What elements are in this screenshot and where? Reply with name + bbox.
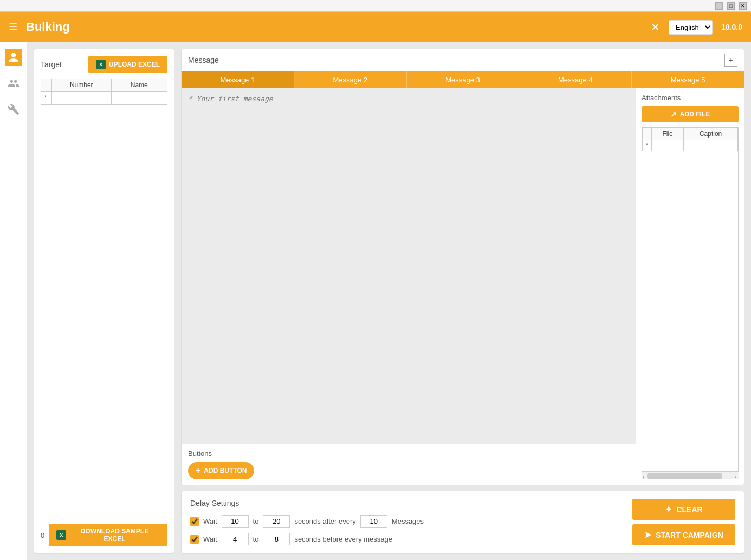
upload-excel-button[interactable]: X UPLOAD EXCEL <box>88 56 167 73</box>
name-cell[interactable] <box>111 92 167 105</box>
content-area: Target X UPLOAD EXCEL Number Name <box>27 42 751 560</box>
clear-button[interactable]: ✦ CLEAR <box>632 499 735 520</box>
delay-to-input-2[interactable] <box>263 533 290 545</box>
attachments-row: * <box>643 140 738 151</box>
sidebar-item-group[interactable] <box>5 75 22 92</box>
message-tabs: Message 1 Message 2 Message 3 Message 4 … <box>182 71 744 88</box>
delay-checkbox-1[interactable] <box>190 517 199 526</box>
target-table: Number Name * <box>41 79 167 105</box>
sidebar <box>0 42 27 560</box>
menu-icon[interactable]: ☰ <box>9 21 17 33</box>
close-btn[interactable]: ✕ <box>739 2 747 10</box>
tab-message-5[interactable]: Message 5 <box>632 71 744 88</box>
table-row: * <box>41 92 167 105</box>
number-cell[interactable] <box>52 92 112 105</box>
delay-from-input-2[interactable] <box>222 533 249 545</box>
tab-message-2[interactable]: Message 2 <box>294 71 407 88</box>
maximize-btn[interactable]: □ <box>727 2 735 10</box>
main-layout: Target X UPLOAD EXCEL Number Name <box>0 42 751 560</box>
left-panel: Target X UPLOAD EXCEL Number Name <box>34 49 174 554</box>
delay-title: Delay Settings <box>190 499 624 507</box>
message-content: Buttons + ADD BUTTON Attachments ↗ ADD F… <box>182 88 744 485</box>
target-table-container: Number Name * <box>41 79 167 519</box>
message-title: Message <box>188 56 219 64</box>
att-row-indicator: * <box>643 140 652 151</box>
number-input[interactable] <box>55 94 108 102</box>
scroll-left-arrow[interactable]: ‹ <box>643 473 645 480</box>
header: ☰ Bulking ✕ English 10.0.0 <box>0 12 751 42</box>
tools-icon[interactable]: ✕ <box>651 21 660 34</box>
table-col-number: Number <box>52 79 112 92</box>
attachments-table-wrapper: File Caption * <box>642 127 739 472</box>
language-select[interactable]: English <box>669 20 713 35</box>
delay-before-label: seconds before every message <box>294 535 392 543</box>
scrollbar-thumb <box>647 473 722 479</box>
add-button-btn[interactable]: + ADD BUTTON <box>188 462 254 479</box>
row-count: 0 <box>41 531 44 539</box>
delay-checkbox-2[interactable] <box>190 535 199 544</box>
excel-download-icon: X <box>56 530 66 540</box>
attachments-table: File Caption * <box>642 127 738 151</box>
attachments-title: Attachments <box>642 94 739 102</box>
delay-right: ✦ CLEAR ➤ START CAMPAIGN <box>632 499 735 545</box>
version-label: 10.0.0 <box>721 23 742 31</box>
sidebar-item-person[interactable] <box>5 49 22 66</box>
message-textarea[interactable] <box>182 88 636 444</box>
att-col-caption: Caption <box>684 128 738 140</box>
delay-from-input-1[interactable] <box>222 515 249 528</box>
delay-messages-label: Messages <box>392 517 424 525</box>
att-col-indicator <box>643 128 652 140</box>
tab-message-1[interactable]: Message 1 <box>182 71 294 88</box>
message-textarea-area: Buttons + ADD BUTTON <box>182 88 636 485</box>
right-panel: Message + Message 1 Message 2 Message 3 … <box>181 49 744 554</box>
delay-left: Delay Settings Wait to seconds after eve… <box>190 499 624 545</box>
table-col-name: Name <box>111 79 167 92</box>
delay-wait-label-1: Wait <box>203 517 217 525</box>
delay-to-label-2: to <box>253 535 259 543</box>
name-input[interactable] <box>115 94 164 102</box>
delay-row-2: Wait to seconds before every message <box>190 533 624 545</box>
delay-messages-input[interactable] <box>360 515 387 528</box>
tab-message-4[interactable]: Message 4 <box>519 71 632 88</box>
target-title: Target <box>41 60 62 69</box>
delay-to-input-1[interactable] <box>263 515 290 528</box>
app-title: Bulking <box>26 20 642 34</box>
tab-message-3[interactable]: Message 3 <box>407 71 520 88</box>
start-icon: ➤ <box>644 530 651 540</box>
delay-section: Delay Settings Wait to seconds after eve… <box>181 491 744 554</box>
excel-upload-icon: X <box>96 60 106 69</box>
add-file-button[interactable]: ↗ ADD FILE <box>642 106 739 122</box>
plus-icon: + <box>196 466 200 476</box>
minimize-btn[interactable]: – <box>715 2 723 10</box>
delay-after-label: seconds after every <box>294 517 355 525</box>
att-col-file: File <box>651 128 683 140</box>
download-excel-button[interactable]: X DOWNLOAD SAMPLE EXCEL <box>49 524 167 546</box>
clear-icon: ✦ <box>665 504 672 515</box>
message-section: Message + Message 1 Message 2 Message 3 … <box>181 49 744 485</box>
buttons-title: Buttons <box>188 450 629 458</box>
horizontal-scrollbar[interactable]: › ‹ <box>642 472 739 479</box>
attachments-panel: Attachments ↗ ADD FILE File <box>636 88 744 485</box>
row-indicator: * <box>41 92 52 105</box>
delay-row-1: Wait to seconds after every Messages <box>190 515 624 528</box>
titlebar: – □ ✕ <box>0 0 751 12</box>
message-header: Message + <box>182 49 744 71</box>
external-link-icon: ↗ <box>670 110 677 119</box>
delay-wait-label-2: Wait <box>203 535 217 543</box>
table-col-indicator <box>41 79 52 92</box>
add-tab-button[interactable]: + <box>724 54 737 67</box>
buttons-section: Buttons + ADD BUTTON <box>182 444 636 485</box>
target-bottom: 0 X DOWNLOAD SAMPLE EXCEL <box>41 524 167 546</box>
scroll-right-arrow[interactable]: › <box>734 473 736 480</box>
att-file-cell <box>651 140 683 151</box>
sidebar-item-tools[interactable] <box>5 101 22 118</box>
target-panel-header: Target X UPLOAD EXCEL <box>41 56 167 73</box>
start-campaign-button[interactable]: ➤ START CAMPAIGN <box>632 524 735 545</box>
att-caption-cell <box>684 140 738 151</box>
delay-to-label-1: to <box>253 517 259 525</box>
